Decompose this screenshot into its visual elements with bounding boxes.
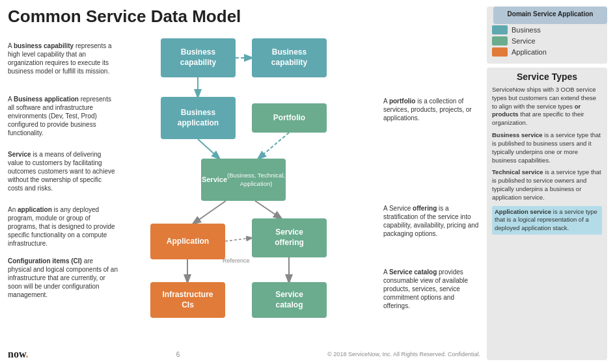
annotation-portfolio: A portfolio is a collection of services,…: [383, 97, 480, 126]
legend-application-label: Application: [512, 48, 547, 56]
node-service-offering: Serviceoffering: [252, 218, 327, 257]
domain-service-application-box: Domain Service Application: [493, 6, 607, 24]
annotation-application: An application is any deployed program, …: [8, 205, 118, 248]
diagram-center: Businesscapability Businesscapability Bu…: [122, 32, 379, 347]
annotation-biz-app: A Business application represents all so…: [8, 95, 118, 137]
reference-label: Reference: [223, 257, 250, 264]
legend-business-label: Business: [512, 26, 541, 34]
footer: now. 6 © 2018 ServiceNow, Inc. All Right…: [8, 348, 480, 360]
svg-line-5: [255, 201, 281, 218]
main-container: Common Service Data Model A business cap…: [0, 0, 615, 364]
service-swatch: [492, 36, 508, 46]
node-biz-cap-1: Businesscapability: [161, 38, 236, 77]
svg-line-3: [258, 133, 289, 159]
svg-line-6: [225, 238, 252, 241]
diagram-area: A business capability represents a high …: [8, 32, 480, 347]
annotation-service: Service is a means of delivering value t…: [8, 150, 118, 192]
application-swatch: [492, 47, 508, 57]
legend-service: Service: [492, 36, 602, 46]
svg-line-2: [198, 139, 219, 159]
annotations-right: A portfolio is a collection of services,…: [379, 32, 480, 347]
node-biz-cap-2: Businesscapability: [252, 38, 327, 77]
page-number: 6: [176, 351, 180, 358]
legend-business: Business: [492, 25, 602, 34]
business-swatch: [492, 25, 508, 34]
node-service: Service(Business, Technical,Application): [201, 159, 286, 201]
node-portfolio: Portfolio: [252, 103, 327, 133]
node-biz-app: Businessapplication: [161, 97, 236, 139]
legend-application: Application: [492, 47, 602, 57]
node-application: Application: [150, 224, 225, 259]
legend-service-label: Service: [512, 37, 536, 45]
node-service-catalog: Servicecatalog: [252, 282, 327, 318]
annotation-offering: A Service offering is a stratification o…: [383, 204, 480, 242]
annotation-biz-cap: A business capability represents a high …: [8, 42, 118, 75]
annotation-catalog: A Service catalog provides consumable vi…: [383, 268, 480, 314]
service-types-box: Service Types ServiceNow ships with 3 OO…: [487, 68, 607, 360]
service-type-business: Business service is a service type that …: [492, 131, 602, 164]
now-logo: now.: [8, 348, 29, 360]
service-type-technical: Technical service is a service type that…: [492, 168, 602, 202]
service-types-title: Service Types: [492, 72, 602, 82]
annotations-left: A business capability represents a high …: [8, 32, 122, 347]
node-infra-ci: InfrastructureCIs: [150, 282, 225, 318]
svg-line-4: [193, 201, 226, 224]
copyright: © 2018 ServiceNow, Inc. All Rights Reser…: [327, 351, 480, 358]
domain-service-label: Domain Service Application: [499, 10, 602, 18]
service-type-application: Application service is a service type th…: [492, 206, 602, 235]
page-title: Common Service Data Model: [8, 6, 480, 27]
service-types-intro: ServiceNow ships with 3 OOB service type…: [492, 86, 602, 127]
right-panel: Domain Business Service Application Serv…: [487, 6, 607, 360]
annotation-config: Configuration items (CI) are physical an…: [8, 257, 118, 299]
left-panel: Common Service Data Model A business cap…: [8, 6, 480, 360]
